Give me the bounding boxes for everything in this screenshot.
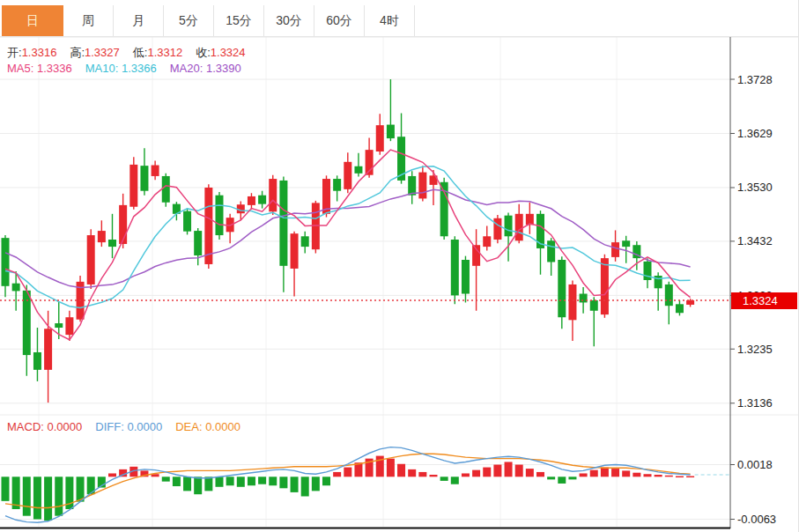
- svg-text:1.3530: 1.3530: [737, 181, 773, 194]
- macd-bar: [655, 475, 662, 477]
- svg-text:1.3136: 1.3136: [737, 396, 773, 410]
- macd-bar: [536, 472, 544, 477]
- candle[interactable]: [269, 179, 277, 211]
- candle[interactable]: [376, 125, 384, 151]
- candle[interactable]: [204, 188, 212, 264]
- tab-5min[interactable]: 5分: [164, 5, 214, 36]
- tab-15min[interactable]: 15分: [214, 5, 264, 36]
- vertical-gridlines: [39, 37, 617, 527]
- macd-bar: [462, 473, 470, 477]
- svg-text:-0.0063: -0.0063: [737, 513, 776, 526]
- candle[interactable]: [580, 294, 588, 303]
- tab-month[interactable]: 月: [114, 5, 164, 36]
- macd-bar: [216, 477, 224, 486]
- candle[interactable]: [152, 166, 159, 176]
- candle[interactable]: [119, 205, 127, 244]
- candle[interactable]: [558, 260, 566, 317]
- candle[interactable]: [354, 166, 362, 174]
- candle[interactable]: [344, 162, 351, 189]
- ma20-readout: MA20: 1.3390: [170, 62, 241, 75]
- candle[interactable]: [301, 236, 309, 247]
- candle[interactable]: [505, 216, 513, 237]
- candle[interactable]: [515, 214, 523, 240]
- candle[interactable]: [140, 166, 148, 191]
- candle[interactable]: [611, 242, 619, 257]
- candle[interactable]: [462, 260, 470, 294]
- candle[interactable]: [65, 317, 73, 335]
- macd-bar: [279, 477, 287, 488]
- candle[interactable]: [162, 176, 170, 203]
- macd-bar: [291, 477, 299, 492]
- macd-bar: [580, 473, 588, 477]
- open-readout: 开:1.3316: [7, 45, 56, 61]
- candle[interactable]: [87, 235, 95, 284]
- candle[interactable]: [55, 323, 63, 328]
- macd-bar: [194, 477, 202, 494]
- candle[interactable]: [483, 236, 491, 247]
- macd-bar: [397, 464, 405, 477]
- macd-bar: [558, 477, 566, 484]
- macd-bar: [493, 465, 501, 477]
- candle[interactable]: [183, 211, 191, 232]
- candle[interactable]: [665, 284, 673, 306]
- candle[interactable]: [622, 240, 630, 247]
- candle[interactable]: [129, 165, 137, 207]
- candle[interactable]: [601, 258, 609, 314]
- candle[interactable]: [279, 181, 287, 266]
- tab-day[interactable]: 日: [2, 5, 63, 36]
- svg-text:1.3432: 1.3432: [737, 234, 773, 248]
- candle[interactable]: [547, 240, 555, 262]
- tab-week[interactable]: 周: [63, 5, 114, 36]
- candle[interactable]: [12, 284, 20, 292]
- candle[interactable]: [33, 352, 41, 370]
- macd-bar: [248, 477, 255, 485]
- macd-bar: [55, 477, 63, 515]
- candle[interactable]: [418, 173, 426, 199]
- tab-30min[interactable]: 30分: [264, 5, 314, 36]
- candle[interactable]: [590, 300, 598, 311]
- tab-4hour[interactable]: 4时: [365, 5, 415, 36]
- macd-bar: [590, 470, 598, 477]
- svg-text:1.3728: 1.3728: [737, 73, 773, 86]
- macd-bar: [322, 477, 330, 485]
- candle[interactable]: [676, 304, 684, 313]
- candle[interactable]: [451, 240, 459, 295]
- macd-bar: [633, 473, 640, 477]
- candle[interactable]: [568, 284, 576, 320]
- macd-bar: [108, 473, 116, 477]
- macd-bar: [44, 477, 52, 521]
- candle[interactable]: [248, 196, 255, 205]
- candle[interactable]: [408, 176, 416, 196]
- dea-line: [5, 454, 691, 507]
- macd-bar: [418, 472, 426, 477]
- macd-bar: [408, 469, 416, 477]
- candle[interactable]: [194, 231, 202, 255]
- candle[interactable]: [291, 233, 299, 269]
- candle[interactable]: [98, 231, 106, 242]
- macd-bar: [226, 477, 234, 485]
- low-readout: 低:1.3312: [133, 45, 182, 61]
- candle[interactable]: [493, 218, 501, 240]
- macd-bar: [204, 477, 212, 491]
- candle[interactable]: [258, 196, 266, 204]
- candle[interactable]: [387, 125, 395, 139]
- macd-readout: MACD: 0.0000: [7, 420, 82, 433]
- macd-bar: [451, 477, 459, 484]
- candle[interactable]: [216, 196, 224, 235]
- diff-line: [5, 447, 691, 523]
- macd-bar: [676, 477, 684, 478]
- candlestick-macd-chart[interactable]: 1.37281.36291.35301.34321.33331.32351.31…: [0, 0, 799, 532]
- svg-text:1.3235: 1.3235: [737, 343, 773, 356]
- tab-60min[interactable]: 60分: [314, 5, 365, 36]
- candle[interactable]: [333, 179, 341, 191]
- candle[interactable]: [2, 238, 10, 286]
- macd-bar: [237, 477, 245, 486]
- candle[interactable]: [108, 240, 116, 247]
- macd-bar: [440, 477, 448, 481]
- candle[interactable]: [44, 329, 52, 370]
- high-readout: 高:1.3327: [70, 45, 119, 61]
- ma20-line: [5, 189, 691, 287]
- macd-bar: [301, 477, 309, 496]
- macd-bar: [173, 477, 181, 486]
- macd-bar: [258, 477, 266, 484]
